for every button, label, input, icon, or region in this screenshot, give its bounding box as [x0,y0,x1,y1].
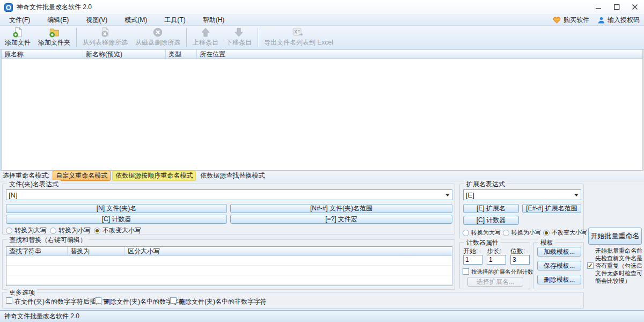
add-folder-icon [47,27,62,38]
enter-license-link[interactable]: 输入授权码 [598,16,640,25]
chevron-down-icon[interactable] [443,191,452,199]
name-expression-combobox[interactable]: [N] [6,189,452,200]
name-case-upper-radio[interactable]: 转换为大写 [6,226,47,235]
add-files-button[interactable]: 添加文件 [1,26,34,49]
minimize-button[interactable] [589,0,608,14]
counter-properties-group: 计数器属性 开始: 步长: 位数: 按选择的扩展名分别计数 选择扩展名... [459,242,530,289]
insert-counter-button[interactable]: [C] 计数器 [6,215,227,224]
mode-selector-bar: 选择重命名模式: 自定义重命名模式 依数据源按顺序重命名模式 依数据源查找替换模… [0,171,644,181]
insert-dash-after-digits-checkbox[interactable]: 在文件(夹)名的数字字符后插入"-" [6,297,109,306]
ext-expression-group: 扩展名表达式 [E] [E] 扩展名 [E#-#] 扩展名范围 [C] 计数器 … [459,184,584,239]
buy-software-link[interactable]: 购买软件 [553,16,589,25]
insert-file-macro-button[interactable]: [=?] 文件宏 [230,215,452,224]
toolbar-separator [258,28,258,47]
heart-icon [553,17,561,24]
templates-title: 模板 [538,238,555,247]
counter-start-input[interactable] [463,255,482,265]
delete-template-button[interactable]: 删除模板... [537,275,581,284]
mode-selector-label: 选择重命名模式: [3,171,49,180]
menu-tools[interactable]: 工具(T) [159,14,190,26]
tab-custom-rename-mode[interactable]: 自定义重命名模式 [53,171,111,181]
ext-expression-title: 扩展名表达式 [464,180,507,189]
move-down-button[interactable]: 下移条目 [222,26,255,49]
column-header-new-name[interactable]: 新名称(预览) [83,50,166,58]
main-toolbar: 添加文件 添加文件夹 从列表移除所选 [0,26,644,50]
export-excel-icon [290,27,306,38]
counter-properties-title: 计数器属性 [464,238,501,247]
export-excel-button[interactable]: 导出文件名列表到 Excel [260,26,337,49]
counter-digits-input[interactable] [510,255,530,265]
select-extension-button[interactable]: 选择扩展名... [467,277,523,287]
file-list-header: 原名称 新名称(预览) 类型 所在位置 [2,50,642,59]
name-case-keep-radio[interactable]: 不改变大小写 [94,226,141,235]
ext-expression-combobox[interactable]: [E] [463,189,581,200]
menu-bar: 文件(F) 编辑(E) 视图(V) 模式(M) 工具(T) 帮助(H) 购买软件… [0,15,644,26]
app-window: 神奇文件批量改名软件 2.0 文件(F) 编辑(E) 视图(V) 模式(M) 工… [0,0,644,322]
window-title: 神奇文件批量改名软件 2.0 [17,3,92,12]
ext-case-lower-radio[interactable]: 转换为小写 [503,229,541,237]
user-icon [598,17,605,24]
templates-group: 模板 加载模板... 保存模板... 删除模板... [533,242,584,289]
duplicate-check-option: 开始批量重命名前先检查新文件名是否有重复（勾选后文件太多时检查可能会比较慢） [587,247,644,284]
title-bar: 神奇文件批量改名软件 2.0 [0,0,644,15]
column-header-location[interactable]: 所在位置 [197,50,642,58]
remove-selected-button[interactable]: 从列表移除所选 [79,26,131,49]
close-button[interactable] [626,0,644,14]
delete-from-disk-icon [151,27,165,38]
delete-from-disk-button[interactable]: 从磁盘删除所选 [131,26,184,49]
column-header-find-string[interactable]: 查找字符串 [6,247,68,255]
load-template-button[interactable]: 加载模板... [537,247,581,257]
tab-datasource-find-replace-mode[interactable]: 依数据源查找替换模式 [197,171,267,180]
status-bar: 神奇文件批量改名软件 2.0 [0,310,644,322]
menu-mode[interactable]: 模式(M) [120,14,152,26]
file-list-table: 原名称 新名称(预览) 类型 所在位置 [1,50,643,171]
menu-file[interactable]: 文件(F) [4,14,35,26]
duplicate-check-checkbox[interactable] [587,262,594,269]
column-header-replace-with[interactable]: 替换为 [68,247,125,255]
name-expression-group: 文件(夹)名表达式 [N] [N] 文件(夹)名 [N#-#] 文件(夹)名范围… [2,184,455,235]
insert-name-button[interactable]: [N] 文件(夹)名 [6,204,227,213]
name-expression-title: 文件(夹)名表达式 [7,180,61,189]
move-up-button[interactable]: 上移条目 [189,26,222,49]
move-down-icon [232,27,245,38]
remove-from-list-icon [98,27,112,38]
window-controls [589,0,644,14]
menu-edit[interactable]: 编辑(E) [42,14,74,26]
maximize-button[interactable] [608,0,626,14]
remove-non-digit-chars-checkbox[interactable]: 删除文件(夹)名中的非数字字符 [170,297,267,306]
save-template-button[interactable]: 保存模板... [537,261,581,270]
menu-help[interactable]: 帮助(H) [198,14,230,26]
insert-name-range-button[interactable]: [N#-#] 文件(夹)名范围 [230,204,452,213]
insert-ext-counter-button[interactable]: [C] 计数器 [463,216,519,225]
toolbar-separator [76,28,77,47]
find-replace-table: 查找字符串 替换为 区分大小写 [6,246,452,286]
find-replace-title: 查找和替换（右键可编辑） [7,236,89,245]
insert-ext-button[interactable]: [E] 扩展名 [463,204,519,213]
ext-case-keep-radio[interactable]: 不改变大小写 [543,229,587,237]
column-header-original-name[interactable]: 原名称 [2,50,83,58]
add-file-icon [11,27,25,38]
count-per-extension-checkbox[interactable]: 按选择的扩展名分别计数 [463,268,533,276]
more-options-title: 更多选项 [7,288,37,297]
add-folder-button[interactable]: 添加文件夹 [34,26,74,49]
column-header-type[interactable]: 类型 [166,50,197,58]
tab-datasource-sequence-mode[interactable]: 依数据源按顺序重命名模式 [112,171,196,181]
move-up-icon [199,27,212,38]
counter-step-input[interactable] [487,255,506,265]
duplicate-check-label: 开始批量重命名前先检查新文件名是否有重复（勾选后文件太多时检查可能会比较慢） [595,247,644,284]
start-batch-rename-button[interactable]: 开始批量重命名 [588,228,642,245]
status-text: 神奇文件批量改名软件 2.0 [4,312,79,321]
main-panel: 文件(夹)名表达式 [N] [N] 文件(夹)名 [N#-#] 文件(夹)名范围… [0,181,644,310]
menu-view[interactable]: 视图(V) [81,14,112,26]
find-replace-group: 查找和替换（右键可编辑） 查找字符串 替换为 区分大小写 [2,239,455,290]
name-case-lower-radio[interactable]: 转换为小写 [50,226,91,235]
find-replace-body[interactable] [6,256,452,286]
column-header-case-sensitive[interactable]: 区分大小写 [125,247,452,255]
ext-case-upper-radio[interactable]: 转换为大写 [463,229,501,237]
app-logo-icon [4,3,13,12]
file-list-body[interactable] [2,59,642,170]
insert-ext-range-button[interactable]: [E#-#] 扩展名范围 [522,204,581,213]
more-options-group: 更多选项 在文件(夹)名的数字字符后插入"-" 删除文件(夹)名中的数字字符 删… [2,292,584,309]
chevron-down-icon[interactable] [572,191,581,199]
toolbar-separator [186,28,187,47]
